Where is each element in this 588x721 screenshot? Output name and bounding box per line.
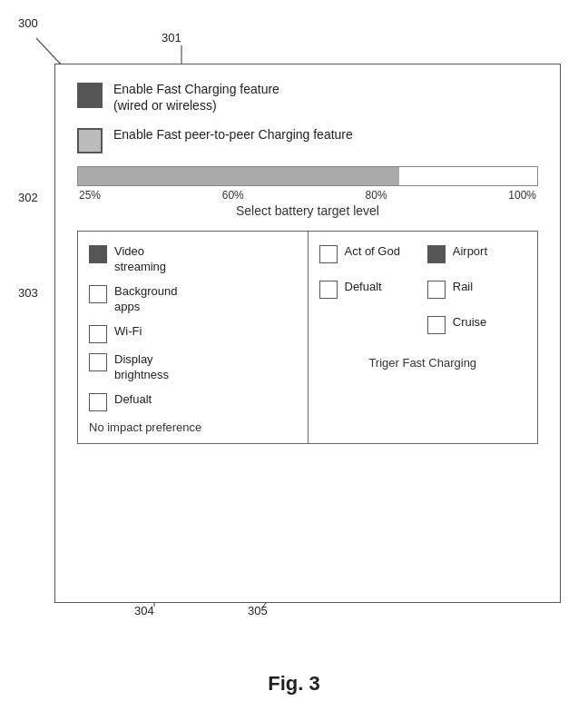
right-panel-footer: Triger Fast Charging [319, 356, 527, 370]
progress-markers: 25% 60% 80% 100% [77, 189, 538, 202]
rail-checkbox[interactable] [427, 281, 446, 299]
airport-row: Airport [427, 244, 526, 263]
airport-label: Airport [453, 244, 487, 260]
right-panel: Act of God Airport Defualt [309, 232, 538, 442]
video-streaming-label: Videostreaming [114, 244, 166, 275]
act-of-god-checkbox[interactable] [319, 245, 338, 263]
display-brightness-checkbox[interactable] [89, 353, 107, 371]
rail-label: Rail [453, 280, 473, 295]
diagram-container: 300 301 302 303 304 305 Enable Fast Char… [0, 0, 588, 721]
svg-line-0 [36, 38, 62, 65]
defualt-right-row: Defualt [319, 280, 418, 299]
defualt-left-label: Defualt [114, 392, 152, 408]
left-panel: Videostreaming Backgroundapps Wi-Fi [78, 232, 309, 442]
cruise-label: Cruise [453, 315, 487, 331]
background-apps-label: Backgroundapps [114, 284, 177, 315]
wifi-row: Wi-Fi [89, 324, 297, 343]
display-brightness-row: Displaybrightness [89, 352, 297, 383]
display-brightness-label: Displaybrightness [114, 352, 169, 383]
peer-to-peer-label: Enable Fast peer-to-peer Charging featur… [113, 126, 353, 143]
defualt-right-checkbox[interactable] [319, 281, 338, 299]
fast-charging-checkbox[interactable] [77, 83, 103, 108]
wifi-label: Wi-Fi [114, 324, 142, 340]
ref-301: 301 [162, 31, 181, 44]
background-apps-row: Backgroundapps [89, 284, 297, 315]
peer-to-peer-checkbox[interactable] [77, 128, 103, 153]
wifi-checkbox[interactable] [89, 325, 107, 343]
ref-300: 300 [18, 16, 38, 30]
video-streaming-checkbox[interactable] [89, 245, 107, 263]
fast-charging-checkbox-row: Enable Fast Charging feature (wired or w… [77, 81, 538, 114]
cruise-checkbox[interactable] [427, 316, 446, 334]
ref-305: 305 [248, 604, 268, 617]
main-panel: Enable Fast Charging feature (wired or w… [54, 64, 561, 603]
defualt-right-label: Defualt [345, 280, 382, 295]
progress-bar[interactable] [77, 166, 538, 186]
ref-304: 304 [134, 604, 154, 617]
right-panel-grid: Act of God Airport Defualt [319, 244, 527, 343]
rail-row: Rail [427, 280, 526, 299]
ref-302: 302 [18, 191, 38, 204]
fast-charging-label: Enable Fast Charging feature (wired or w… [113, 81, 279, 114]
defualt-left-row: Defualt [89, 392, 297, 411]
progress-empty [399, 167, 537, 185]
empty-cell [319, 315, 418, 343]
act-of-god-label: Act of God [345, 244, 400, 260]
airport-checkbox[interactable] [427, 245, 446, 263]
defualt-left-checkbox[interactable] [89, 393, 107, 411]
video-streaming-row: Videostreaming [89, 244, 297, 275]
bottom-panels: Videostreaming Backgroundapps Wi-Fi [77, 231, 538, 443]
battery-level-section: 25% 60% 80% 100% Select battery target l… [77, 166, 538, 218]
background-apps-checkbox[interactable] [89, 285, 107, 303]
ref-303: 303 [18, 286, 38, 300]
peer-to-peer-checkbox-row: Enable Fast peer-to-peer Charging featur… [77, 126, 538, 153]
cruise-row: Cruise [427, 315, 526, 334]
act-of-god-row: Act of God [319, 244, 418, 263]
battery-label: Select battery target level [77, 203, 538, 218]
left-panel-footer: No impact preference [89, 420, 297, 434]
fig-label: Fig. 3 [268, 672, 319, 696]
progress-filled [78, 167, 399, 185]
